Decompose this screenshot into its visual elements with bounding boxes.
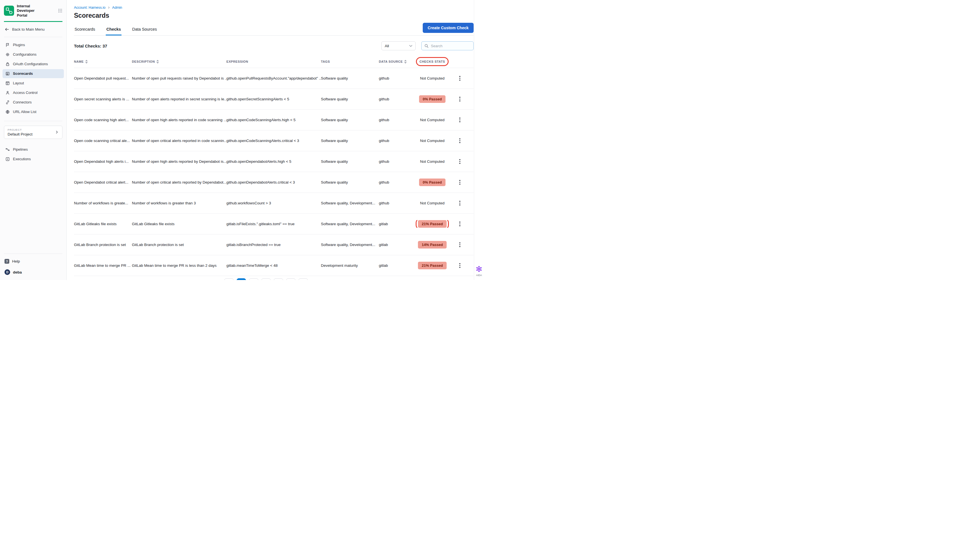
checks-stats-value: 0% Passed [419, 178, 446, 186]
help-label: Help [12, 259, 20, 263]
check-expression: github.workflowsCount > 3 [226, 201, 321, 205]
sidebar-item-access-control[interactable]: Access Control [3, 88, 64, 97]
check-data-source: github [379, 180, 410, 184]
table-row[interactable]: Open secret scanning alerts is ... Numbe… [74, 89, 474, 110]
table-row[interactable]: Open Dependabot high alerts i... Number … [74, 151, 474, 172]
page-title: Scorecards [74, 10, 474, 23]
row-menu-button[interactable] [456, 95, 464, 103]
chevron-down-icon [409, 45, 413, 47]
create-custom-check-button[interactable]: Create Custom Check [423, 23, 474, 33]
column-header-checks-stats: CHECKS STATS [410, 59, 454, 64]
checks-stats-value: 21% Passed [418, 262, 446, 269]
idp-logo-icon [4, 6, 14, 16]
tab-scorecards[interactable]: Scorecards [74, 24, 96, 35]
sidebar-item-label: Access Control [13, 90, 37, 95]
pagination-page-button[interactable]: 4 [274, 278, 283, 280]
check-name: GitLab Gitleaks file exists [74, 222, 132, 226]
sort-icon[interactable] [85, 60, 88, 63]
check-tags: Software quality [321, 159, 379, 163]
check-data-source: github [379, 97, 410, 101]
sidebar-item-url-allow-list[interactable]: URL Allow List [3, 107, 64, 117]
column-header-description[interactable]: DESCRIPTION [132, 60, 226, 63]
filter-selected-value: All [385, 44, 389, 48]
total-checks-label: Total Checks: 37 [74, 43, 107, 48]
table-header-row: NAME DESCRIPTION EXPRESSION TAGS DATA SO… [74, 55, 474, 68]
sidebar-item-layout[interactable]: Layout [3, 79, 64, 88]
column-header-data-source[interactable]: DATA SOURCE [379, 60, 410, 63]
sidebar-divider [4, 121, 62, 121]
sidebar-nav: Plugins Configurations OAuth Configurati… [0, 37, 66, 118]
user-menu[interactable]: D deba [0, 268, 66, 280]
sidebar-item-label: Executions [13, 157, 31, 161]
row-menu-button[interactable] [456, 158, 464, 166]
sidebar-item-oauth-configurations[interactable]: OAuth Configurations [3, 60, 64, 68]
pagination-page-button[interactable]: 2 [249, 278, 259, 280]
check-expression: github.openCodeScanningAlerts.critical <… [226, 138, 321, 143]
main-content: Account: Harness.io Admin Scorecards Sco… [67, 0, 486, 280]
sort-icon[interactable] [404, 60, 407, 63]
check-description: GitLab Gitleaks file exists [132, 222, 226, 226]
sidebar-item-connectors[interactable]: Connectors [3, 98, 64, 107]
aida-assistant-button[interactable]: ✻ AIDA [473, 265, 486, 277]
check-data-source: github [379, 159, 410, 163]
filter-dropdown[interactable]: All [381, 41, 416, 50]
check-name: GitLab Mean time to merge PR ... [74, 263, 132, 268]
table-row[interactable]: GitLab Mean time to merge PR ... GitLab … [74, 255, 474, 276]
globe-icon [5, 110, 10, 114]
tab-checks[interactable]: Checks [106, 24, 122, 35]
sidebar-item-label: Configurations [13, 52, 37, 57]
check-name: Open code scanning critical ale... [74, 138, 132, 143]
breadcrumb-account-link[interactable]: Account: Harness.io [74, 6, 105, 10]
tab-data-sources[interactable]: Data Sources [132, 24, 157, 35]
checks-stats-value: Not Computed [420, 76, 444, 80]
sort-icon[interactable] [156, 60, 159, 63]
table-row[interactable]: Number of workflows is greate... Number … [74, 193, 474, 214]
checks-stats-value: 0% Passed [419, 95, 446, 103]
row-menu-button[interactable] [456, 262, 464, 270]
pagination-page-button[interactable]: 3 [261, 278, 271, 280]
pagination-page-button[interactable]: 5 [286, 278, 296, 280]
project-selector[interactable]: PROJECT Default Project [4, 126, 62, 139]
checks-stats-header-annotated: CHECKS STATS [419, 59, 446, 64]
apps-grid-icon[interactable] [58, 8, 62, 13]
check-name: Number of workflows is greate... [74, 201, 132, 205]
check-data-source: gitlab [379, 263, 410, 268]
search-input[interactable] [431, 44, 471, 48]
row-menu-button[interactable] [456, 241, 464, 249]
table-row[interactable]: Open code scanning critical ale... Numbe… [74, 130, 474, 151]
table-row[interactable]: GitLab Branch protection is set GitLab B… [74, 235, 474, 255]
link-icon [5, 100, 10, 105]
pagination-page-button[interactable]: 1 [237, 278, 246, 280]
column-header-name[interactable]: NAME [74, 60, 132, 63]
avatar: D [5, 269, 10, 275]
pipelines-icon [5, 147, 10, 152]
row-menu-button[interactable] [456, 199, 464, 207]
table-row[interactable]: Open Dependabot critical alert... Number… [74, 172, 474, 193]
sidebar-item-configurations[interactable]: Configurations [3, 50, 64, 59]
breadcrumb-admin-link[interactable]: Admin [112, 6, 122, 10]
sidebar-item-executions[interactable]: Executions [3, 155, 64, 163]
sidebar-item-pipelines[interactable]: Pipelines [3, 145, 64, 154]
checks-stats-value: 14% Passed [418, 241, 446, 248]
search-icon [424, 44, 429, 48]
sidebar-item-scorecards[interactable]: Scorecards [3, 69, 64, 78]
back-to-main-menu[interactable]: Back to Main Menu [4, 22, 62, 37]
pagination-next-button[interactable] [298, 278, 308, 280]
row-menu-button[interactable] [456, 75, 464, 82]
sidebar-item-plugins[interactable]: Plugins [3, 40, 64, 50]
row-menu-button[interactable] [456, 137, 464, 145]
row-menu-button[interactable] [456, 116, 464, 124]
check-description: Number of open critical alerts reported … [132, 180, 226, 184]
table-row[interactable]: Open code scanning high alert... Number … [74, 110, 474, 130]
row-menu-button[interactable] [456, 220, 464, 228]
table-row[interactable]: Open Dependabot pull request... Number o… [74, 68, 474, 89]
pagination-prev-button[interactable] [224, 278, 234, 280]
gear-icon [5, 52, 10, 57]
table-row[interactable]: GitLab Gitleaks file exists GitLab Gitle… [74, 214, 474, 235]
row-menu-button[interactable] [456, 178, 464, 187]
sidebar-item-label: Connectors [13, 100, 32, 104]
check-expression: github.openDependabotAlerts.critical < 3 [226, 180, 321, 184]
check-tags: Software quality, Development... [321, 222, 379, 226]
help-button[interactable]: ? Help [4, 257, 62, 266]
sidebar-item-label: Layout [13, 81, 24, 85]
